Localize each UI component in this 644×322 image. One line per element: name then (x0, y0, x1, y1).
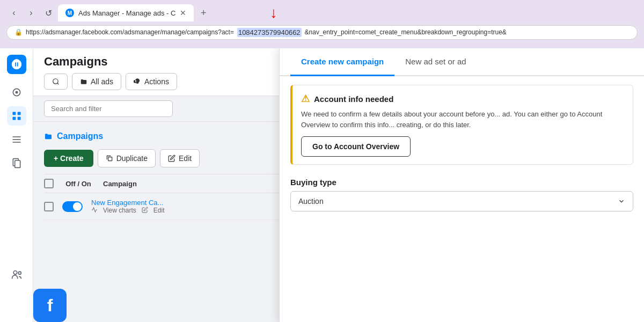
svg-rect-3 (17, 112, 20, 115)
panel-tabs: Create new campaign New ad set or ad (280, 48, 644, 76)
alert-title: Account info needed (314, 94, 393, 104)
row-checkbox[interactable] (44, 202, 54, 211)
buying-type-value: Auction (298, 197, 324, 206)
chart-icon (91, 207, 98, 213)
campaign-name[interactable]: New Engagement Ca... (91, 199, 165, 207)
tab-create-label: Create new campaign (301, 57, 384, 66)
buying-type-dropdown[interactable]: Auction (290, 191, 633, 211)
sidebar-icon-dashboard[interactable] (7, 83, 26, 102)
create-button[interactable]: + Create (44, 150, 93, 167)
th-off-on: Off / On (62, 180, 94, 188)
svg-line-14 (57, 83, 59, 85)
tab-new-ad[interactable]: New ad set or ad (394, 48, 477, 76)
address-bar[interactable]: 🔒 https://adsmanager.facebook.com/adsman… (6, 25, 638, 40)
tab-create-campaign[interactable]: Create new campaign (290, 48, 394, 76)
search-filter-input[interactable] (44, 100, 173, 117)
back-button[interactable]: ‹ (6, 5, 21, 20)
all-ads-button[interactable]: All ads (72, 73, 121, 90)
edit-button[interactable]: Edit (160, 149, 200, 167)
url-prefix: https://adsmanager.facebook.com/adsmanag… (26, 28, 234, 36)
meta-favicon: M (65, 9, 74, 17)
view-charts-link[interactable]: View charts (103, 207, 136, 214)
overlay-panel: Create new campaign New ad set or ad ⚠ A… (279, 48, 644, 322)
svg-rect-23 (108, 157, 112, 161)
browser-tab[interactable]: M Ads Manager - Manage ads - C ✕ (58, 4, 194, 21)
all-ads-label: All ads (91, 77, 113, 86)
campaign-toggle[interactable] (62, 201, 83, 212)
edit-small-icon (142, 207, 148, 213)
campaigns-label-text: Campaigns (57, 131, 103, 141)
tab-new-ad-label: New ad set or ad (405, 57, 466, 66)
url-account-id: 1084273579940662 (237, 28, 302, 37)
edit-icon (168, 155, 175, 162)
account-overview-label: Go to Account Overview (312, 142, 399, 151)
svg-point-11 (13, 271, 17, 275)
tab-close-button[interactable]: ✕ (180, 9, 186, 17)
folder-icon (80, 78, 87, 85)
new-tab-button[interactable]: + (196, 5, 211, 20)
lock-icon: 🔒 (14, 28, 23, 36)
duplicate-button[interactable]: Duplicate (98, 149, 156, 167)
sidebar-icon-list[interactable] (7, 130, 26, 149)
campaigns-section-label: Campaigns (44, 131, 103, 141)
left-sidebar (0, 48, 33, 322)
svg-rect-4 (12, 117, 16, 120)
campaigns-folder-icon (44, 132, 53, 141)
forward-button[interactable]: › (24, 5, 39, 20)
actions-label: Actions (144, 77, 169, 86)
alert-body: We need to confirm a few details about y… (301, 109, 624, 130)
sidebar-icon-pages[interactable] (7, 153, 26, 173)
meta-logo[interactable] (7, 55, 26, 74)
header-checkbox[interactable] (44, 179, 54, 188)
svg-point-12 (18, 272, 21, 274)
create-label: + Create (54, 154, 84, 163)
reload-button[interactable]: ↺ (41, 5, 56, 20)
chevron-down-icon (618, 197, 625, 205)
sidebar-icon-grid[interactable] (7, 106, 26, 126)
campaign-actions: View charts Edit (91, 207, 165, 214)
url-suffix: &nav_entry_point=comet_create_menu&break… (305, 28, 507, 36)
duplicate-icon (106, 155, 113, 162)
actions-button[interactable]: Actions (126, 73, 177, 90)
go-to-account-overview-button[interactable]: Go to Account Overview (301, 136, 411, 157)
svg-rect-10 (14, 160, 20, 167)
svg-rect-2 (12, 112, 16, 115)
sidebar-icon-people[interactable] (7, 265, 26, 284)
duplicate-label: Duplicate (116, 154, 148, 163)
svg-point-13 (53, 79, 58, 84)
search-icon (52, 78, 60, 85)
warning-icon: ⚠ (301, 93, 310, 105)
alert-header: ⚠ Account info needed (301, 93, 624, 105)
search-button[interactable] (44, 74, 68, 90)
red-arrow: ↓ (270, 5, 277, 20)
svg-rect-5 (17, 117, 20, 120)
th-campaign: Campaign (103, 180, 210, 188)
alert-box: ⚠ Account info needed We need to confirm… (290, 85, 633, 165)
buying-section: Buying type Auction (280, 173, 644, 220)
lightbulb-icon (134, 78, 141, 85)
edit-link[interactable]: Edit (153, 207, 165, 214)
edit-label: Edit (179, 154, 192, 163)
content-area: Campaigns All ads Actions (33, 48, 644, 322)
svg-point-1 (15, 91, 18, 94)
buying-type-label: Buying type (290, 178, 633, 187)
tab-title: Ads Manager - Manage ads - C (78, 9, 175, 17)
facebook-icon: f (33, 289, 67, 322)
